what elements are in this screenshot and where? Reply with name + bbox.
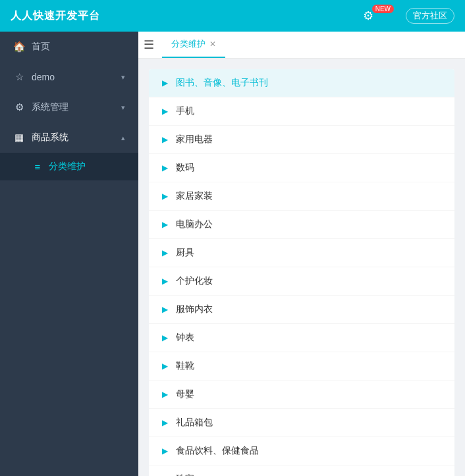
home-icon: 🏠 <box>13 41 25 53</box>
category-name: 鞋靴 <box>176 360 194 372</box>
sidebar-item-category[interactable]: ≡ 分类维护 <box>0 153 138 180</box>
category-name: 图书、音像、电子书刊 <box>176 77 268 89</box>
list-item[interactable]: ▶鞋靴 <box>149 352 454 381</box>
content-panel: ▶图书、音像、电子书刊▶手机▶家用电器▶数码▶家居家装▶电脑办公▶厨具▶个护化妆… <box>138 59 465 476</box>
list-item[interactable]: ▶钟表 <box>149 324 454 352</box>
tabs-row: ☰ 分类维护 ✕ <box>138 32 465 59</box>
main-layout: 🏠 首页 ☆ demo ▾ ⚙ 系统管理 ▾ ▦ 商品系统 <box>0 32 465 476</box>
tab-close-category[interactable]: ✕ <box>209 40 216 48</box>
sidebar-item-demo[interactable]: ☆ demo ▾ <box>0 62 138 92</box>
community-link[interactable]: 官方社区 <box>406 8 454 24</box>
list-item[interactable]: ▶电脑办公 <box>149 211 454 239</box>
list-item[interactable]: ▶服饰内衣 <box>149 296 454 324</box>
list-item[interactable]: ▶母婴 <box>149 381 454 409</box>
chevron-right-icon: ▶ <box>162 107 168 116</box>
list-icon: ≡ <box>32 161 43 172</box>
goods-submenu: ≡ 分类维护 <box>0 153 138 180</box>
chevron-right-icon: ▶ <box>162 163 168 172</box>
grid-icon: ▦ <box>13 132 25 144</box>
category-name: 手机 <box>176 105 194 117</box>
sidebar-label-demo: demo <box>32 72 55 82</box>
chevron-right-icon: ▶ <box>162 390 168 399</box>
chevron-right-icon: ▶ <box>162 220 168 229</box>
chevron-right-icon: ▶ <box>162 78 168 88</box>
content-area: ☰ 分类维护 ✕ ▶图书、音像、电子书刊▶手机▶家用电器▶数码▶家居家装▶电脑办… <box>138 32 465 476</box>
gear-icon: ⚙ <box>13 101 25 113</box>
category-name: 个护化妆 <box>176 275 213 287</box>
chevron-right-icon: ▶ <box>162 305 168 314</box>
category-name: 数码 <box>176 162 194 174</box>
header-right: ⚙ NEW 官方社区 <box>363 8 454 24</box>
tab-label-category: 分类维护 <box>171 38 205 50</box>
chevron-down-icon: ▾ <box>121 73 125 82</box>
category-list: ▶图书、音像、电子书刊▶手机▶家用电器▶数码▶家居家装▶电脑办公▶厨具▶个护化妆… <box>149 69 454 476</box>
chevron-right-icon: ▶ <box>162 361 168 371</box>
category-name: 家用电器 <box>176 134 213 145</box>
category-name: 母婴 <box>176 388 194 400</box>
chevron-right-icon: ▶ <box>162 135 168 144</box>
tabs-bar: 分类维护 ✕ <box>159 32 465 58</box>
chevron-right-icon: ▶ <box>162 277 168 286</box>
sidebar-label-system: 系统管理 <box>32 101 68 113</box>
category-name: 家居家装 <box>176 190 213 202</box>
list-item[interactable]: ▶珠宝 <box>149 465 454 476</box>
list-item[interactable]: ▶厨具 <box>149 239 454 267</box>
list-item[interactable]: ▶食品饮料、保健食品 <box>149 437 454 465</box>
list-item[interactable]: ▶礼品箱包 <box>149 409 454 437</box>
chevron-right-icon: ▶ <box>162 192 168 201</box>
sidebar-label-goods: 商品系统 <box>32 132 68 144</box>
logo: 人人快速开发平台 <box>11 9 100 23</box>
star-icon: ☆ <box>13 71 25 83</box>
sidebar-label-home: 首页 <box>32 41 50 53</box>
list-item[interactable]: ▶家用电器 <box>149 126 454 154</box>
sidebar: 🏠 首页 ☆ demo ▾ ⚙ 系统管理 ▾ ▦ 商品系统 <box>0 32 138 476</box>
sidebar-item-goods[interactable]: ▦ 商品系统 ▴ <box>0 122 138 153</box>
list-item[interactable]: ▶数码 <box>149 154 454 182</box>
chevron-right-icon: ▶ <box>162 446 168 456</box>
list-item[interactable]: ▶个护化妆 <box>149 267 454 296</box>
chevron-right-icon: ▶ <box>162 333 168 342</box>
category-name: 珠宝 <box>176 473 194 476</box>
top-header: 人人快速开发平台 ⚙ NEW 官方社区 <box>0 0 465 32</box>
chevron-right-icon: ▶ <box>162 248 168 257</box>
list-item[interactable]: ▶手机 <box>149 97 454 126</box>
new-badge: NEW <box>372 5 394 13</box>
category-name: 厨具 <box>176 247 194 259</box>
category-name: 服饰内衣 <box>176 304 213 315</box>
chevron-right-icon: ▶ <box>162 418 168 427</box>
hamburger-icon[interactable]: ☰ <box>138 38 159 52</box>
list-item[interactable]: ▶图书、音像、电子书刊 <box>149 69 454 97</box>
category-name: 礼品箱包 <box>176 417 213 429</box>
category-name: 食品饮料、保健食品 <box>176 445 259 457</box>
category-name: 电脑办公 <box>176 219 213 230</box>
sidebar-item-system[interactable]: ⚙ 系统管理 ▾ <box>0 92 138 122</box>
list-item[interactable]: ▶家居家装 <box>149 182 454 211</box>
tab-category[interactable]: 分类维护 ✕ <box>162 32 225 58</box>
settings-icon[interactable]: ⚙ <box>363 9 373 23</box>
sidebar-item-home[interactable]: 🏠 首页 <box>0 32 138 62</box>
chevron-down-icon-2: ▾ <box>121 103 125 112</box>
category-name: 钟表 <box>176 332 194 344</box>
chevron-up-icon: ▴ <box>121 134 125 142</box>
sidebar-label-category: 分类维护 <box>49 161 86 172</box>
